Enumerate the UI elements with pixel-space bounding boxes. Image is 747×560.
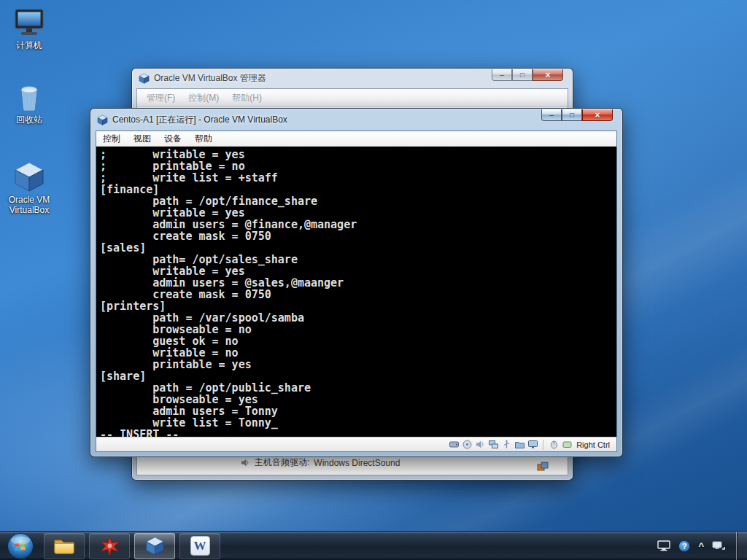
menu-item-devices[interactable]: 设备 — [158, 131, 188, 147]
desktop-icon-label: Oracle VM VirtualBox — [0, 195, 58, 215]
network-tray-icon[interactable] — [712, 540, 725, 551]
vm-console-terminal[interactable]: ; writable = yes ; printable = no ; writ… — [96, 147, 616, 437]
vm-window-title: Centos-A1 [正在运行] - Oracle VM VirtualBox — [112, 114, 287, 126]
vm-window-controls: – □ × — [541, 109, 613, 121]
menu-item-help[interactable]: 帮助 — [188, 131, 219, 147]
taskbar-app-media[interactable] — [89, 533, 130, 559]
taskbar-app-virtualbox[interactable] — [134, 533, 175, 559]
vm-menubar: 控制 视图 设备 帮助 — [96, 131, 616, 147]
virtualbox-logo-icon — [97, 114, 108, 125]
close-button[interactable]: × — [582, 109, 613, 121]
close-button[interactable]: × — [533, 69, 563, 81]
windows-logo-icon — [7, 532, 34, 560]
virtualbox-cube-icon — [145, 536, 165, 556]
maximize-button[interactable]: □ — [562, 109, 582, 121]
mouse-integration-icon[interactable] — [549, 440, 559, 450]
vm-titlebar[interactable]: Centos-A1 [正在运行] - Oracle VM VirtualBox … — [90, 109, 622, 131]
word-letter: W — [194, 539, 206, 553]
desktop-icon-label: 回收站 — [0, 114, 58, 125]
desktop-icon-computer[interactable]: 计算机 — [0, 7, 58, 50]
desktop-icon-recycle-bin[interactable]: 回收站 — [0, 82, 58, 125]
menu-item-view[interactable]: 视图 — [127, 131, 158, 147]
audio-driver-row: 主机音频驱动: Windows DirectSound — [241, 456, 400, 469]
vm-window-body: 控制 视图 设备 帮助 ; writable = yes ; printable… — [96, 131, 617, 452]
computer-icon — [13, 7, 45, 38]
taskbar-app-word[interactable]: W — [179, 533, 220, 559]
manager-menubar: 管理(F) 控制(M) 帮助(H) — [137, 89, 568, 107]
manager-titlebar[interactable]: Oracle VM VirtualBox 管理器 – □ × — [132, 69, 573, 88]
display-status-icon[interactable] — [527, 440, 538, 450]
help-tray-icon[interactable]: ? — [678, 540, 690, 552]
statusbar-separator — [543, 440, 543, 450]
menu-item-machine[interactable]: 控制 — [96, 131, 127, 147]
network-status-icon[interactable] — [488, 440, 498, 450]
red-flower-icon — [100, 536, 120, 556]
word-icon: W — [190, 536, 210, 556]
menu-item-help[interactable]: 帮助(H) — [225, 90, 268, 106]
maximize-button[interactable]: □ — [512, 69, 533, 81]
desktop-icon-label: 计算机 — [0, 40, 58, 50]
show-desktop-button[interactable] — [736, 532, 747, 560]
desktop-icon-virtualbox[interactable]: Oracle VM VirtualBox — [0, 160, 58, 215]
minimize-button[interactable]: – — [541, 109, 562, 121]
host-key-label: Right Ctrl — [576, 440, 610, 449]
display-tray-icon[interactable] — [657, 540, 670, 551]
usb-status-icon[interactable] — [501, 440, 511, 450]
audio-icon — [241, 458, 250, 467]
menu-item-machine[interactable]: 控制(M) — [182, 90, 225, 106]
help-glyph: ? — [682, 542, 687, 551]
taskbar-app-explorer[interactable] — [44, 533, 85, 559]
taskbar: W ? ^ — [0, 531, 747, 560]
audio-status-icon[interactable] — [475, 440, 485, 450]
harddisk-status-icon[interactable] — [449, 440, 459, 450]
manager-window-title: Oracle VM VirtualBox 管理器 — [154, 72, 266, 85]
manager-window-controls: – □ × — [492, 69, 563, 81]
minimize-button[interactable]: – — [492, 69, 512, 81]
show-hidden-icons-button[interactable]: ^ — [698, 542, 704, 550]
host-key-state-icon[interactable] — [562, 440, 572, 450]
virtualbox-logo-icon — [139, 73, 150, 84]
status-corner-icon — [537, 462, 549, 472]
start-button[interactable] — [7, 532, 34, 560]
audio-driver-label: 主机音频驱动: — [255, 456, 309, 469]
vm-statusbar: Right Ctrl — [96, 437, 616, 451]
shared-folders-status-icon[interactable] — [514, 440, 525, 450]
folder-icon — [53, 537, 75, 555]
recycle-bin-icon — [15, 82, 44, 112]
vm-window: Centos-A1 [正在运行] - Oracle VM VirtualBox … — [90, 108, 623, 457]
system-tray: ? ^ — [657, 532, 747, 560]
optical-disk-status-icon[interactable] — [462, 440, 472, 450]
audio-driver-value: Windows DirectSound — [314, 458, 400, 468]
menu-item-manage[interactable]: 管理(F) — [140, 90, 182, 106]
desktop: 计算机 回收站 Oracle VM VirtualBox Oracle VM V… — [0, 0, 747, 560]
virtualbox-cube-icon — [13, 160, 45, 192]
